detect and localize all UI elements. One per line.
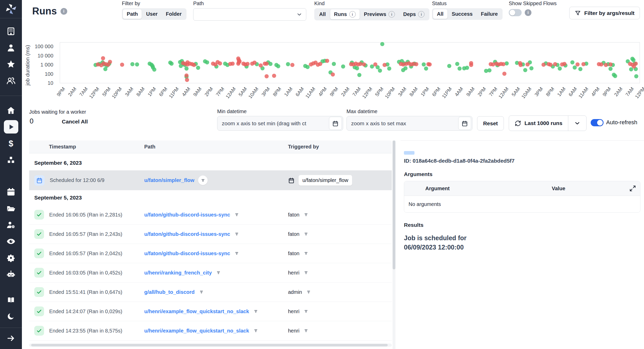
scatter-plot[interactable]: [60, 42, 640, 83]
data-point-success[interactable]: [447, 64, 451, 68]
data-point-success[interactable]: [613, 74, 617, 78]
sidebar-item-arrow-right-icon[interactable]: [4, 331, 18, 345]
sidebar-item-eye-icon[interactable]: [4, 235, 18, 248]
sidebar-item-cubes-icon[interactable]: [4, 153, 18, 167]
path-filter-icon[interactable]: [253, 309, 259, 314]
data-point-success[interactable]: [332, 62, 336, 66]
data-point-success[interactable]: [424, 67, 428, 71]
run-path-link[interactable]: u/henri/example_flow_quickstart_no_slack: [144, 328, 249, 334]
data-point-success[interactable]: [422, 62, 426, 67]
data-point-failure[interactable]: [218, 61, 222, 65]
data-point-failure[interactable]: [290, 63, 294, 67]
data-point-failure[interactable]: [501, 62, 505, 66]
data-point-success[interactable]: [387, 67, 391, 71]
data-point-failure[interactable]: [184, 73, 189, 78]
run-path-link[interactable]: u/faton/github-discord-issues-sync: [144, 251, 230, 256]
path-filter-icon[interactable]: [216, 270, 221, 276]
triggered-by-filter-icon[interactable]: [306, 289, 311, 295]
min-datetime-calendar-button[interactable]: [329, 117, 342, 130]
data-point-failure[interactable]: [325, 59, 329, 63]
path-filter-button[interactable]: [198, 176, 208, 185]
data-point-failure[interactable]: [185, 60, 190, 64]
data-point-failure[interactable]: [428, 62, 432, 67]
data-point-success[interactable]: [378, 69, 382, 73]
kind-option-all[interactable]: All: [315, 9, 330, 19]
data-point-failure[interactable]: [236, 62, 240, 66]
data-point-failure[interactable]: [553, 62, 557, 66]
expand-icon[interactable]: [629, 185, 636, 192]
data-point-failure[interactable]: [108, 60, 112, 64]
sidebar-item-star-icon[interactable]: [4, 57, 18, 71]
vertical-scrollbar[interactable]: [393, 140, 395, 269]
kind-option-previews[interactable]: Previewsi: [360, 9, 399, 19]
data-point-success[interactable]: [135, 62, 139, 67]
run-path-link[interactable]: u/faton/github-discord-issues-sync: [144, 231, 230, 237]
run-row[interactable]: Ended 16:05:57 (Ran in 2,243s)u/faton/gi…: [29, 225, 392, 244]
triggered-by-filter-icon[interactable]: [303, 251, 309, 256]
data-point-success[interactable]: [184, 67, 189, 71]
data-point-success[interactable]: [578, 67, 582, 71]
data-point-success[interactable]: [529, 66, 533, 70]
sidebar-item-book-icon[interactable]: [4, 293, 18, 306]
data-point-failure[interactable]: [231, 62, 235, 66]
run-row[interactable]: Scheduled for 12:00 6/9u/faton/simpler_f…: [29, 170, 392, 190]
kind-option-runs[interactable]: Runsi: [330, 9, 360, 19]
sidebar-item-robot-icon[interactable]: [4, 268, 18, 281]
run-path-link[interactable]: u/henri/ranking_french_city: [144, 270, 212, 276]
data-point-failure[interactable]: [192, 63, 196, 67]
data-point-failure[interactable]: [548, 63, 553, 67]
data-point-success[interactable]: [487, 68, 492, 72]
skipped-info-icon[interactable]: i: [525, 9, 531, 16]
data-point-failure[interactable]: [265, 74, 269, 78]
data-point-failure[interactable]: [362, 62, 366, 67]
data-point-failure[interactable]: [634, 62, 638, 66]
data-point-failure[interactable]: [414, 62, 418, 66]
kind-option-deps[interactable]: Depsi: [399, 9, 428, 19]
data-point-success[interactable]: [306, 65, 310, 69]
max-datetime-calendar-button[interactable]: [458, 117, 471, 130]
data-point-failure[interactable]: [608, 62, 613, 67]
cancel-all-button[interactable]: Cancel All: [62, 119, 88, 125]
data-point-failure[interactable]: [383, 63, 387, 67]
data-point-success[interactable]: [380, 42, 384, 46]
run-row[interactable]: Ended 16:03:05 (Ran in 0,452s)u/henri/ra…: [29, 263, 392, 282]
data-point-failure[interactable]: [318, 62, 322, 66]
data-point-success[interactable]: [103, 67, 107, 71]
run-row[interactable]: Ended 16:05:57 (Ran in 2,042s)u/faton/gi…: [29, 244, 392, 263]
data-point-success[interactable]: [455, 62, 459, 66]
sidebar-item-dollar-icon[interactable]: $: [4, 137, 18, 150]
run-row[interactable]: Ended 15:51:41 (Ran in 0,647s)g/all/hub_…: [29, 282, 392, 302]
status-option-failure[interactable]: Failure: [477, 9, 502, 19]
sidebar-item-moon-icon[interactable]: [4, 310, 18, 323]
data-point-success[interactable]: [465, 66, 469, 70]
data-point-failure[interactable]: [120, 63, 124, 67]
data-point-success[interactable]: [401, 68, 405, 72]
data-point-failure[interactable]: [245, 62, 250, 66]
run-row[interactable]: Ended 16:06:05 (Ran in 2,281s)u/faton/gi…: [29, 205, 392, 225]
data-point-failure[interactable]: [101, 56, 105, 60]
data-point-failure[interactable]: [272, 74, 276, 78]
data-point-success[interactable]: [170, 62, 174, 66]
data-point-failure[interactable]: [469, 63, 473, 67]
sidebar-item-building-icon[interactable]: [4, 24, 18, 38]
triggered-by-pill[interactable]: u/faton/simpler_flow: [299, 175, 352, 186]
run-row[interactable]: Ended 14:24:07 (Ran in 0,029s)u/henri/ex…: [29, 302, 392, 321]
path-filter-icon[interactable]: [234, 212, 240, 218]
show-skipped-toggle[interactable]: [509, 9, 522, 16]
data-point-failure[interactable]: [331, 72, 335, 77]
path-filter-icon[interactable]: [253, 328, 259, 334]
data-point-success[interactable]: [608, 67, 613, 71]
triggered-by-filter-icon[interactable]: [303, 328, 309, 334]
data-point-success[interactable]: [205, 60, 209, 64]
filter-args-button[interactable]: Filter by args/result: [569, 7, 640, 19]
sidebar-item-user-icon[interactable]: [4, 41, 18, 54]
sidebar-item-users-icon[interactable]: [4, 74, 18, 87]
run-path-link[interactable]: u/faton/simpler_flow: [144, 177, 194, 183]
data-point-success[interactable]: [130, 62, 134, 66]
data-point-success[interactable]: [196, 66, 200, 70]
run-row[interactable]: Ended 14:23:55 (Ran in 8,575s)u/henri/ex…: [29, 321, 392, 340]
data-point-success[interactable]: [558, 67, 562, 71]
status-option-all[interactable]: All: [433, 9, 447, 19]
triggered-by-filter-icon[interactable]: [303, 212, 309, 218]
sidebar-item-user-cog-icon[interactable]: [4, 218, 18, 231]
